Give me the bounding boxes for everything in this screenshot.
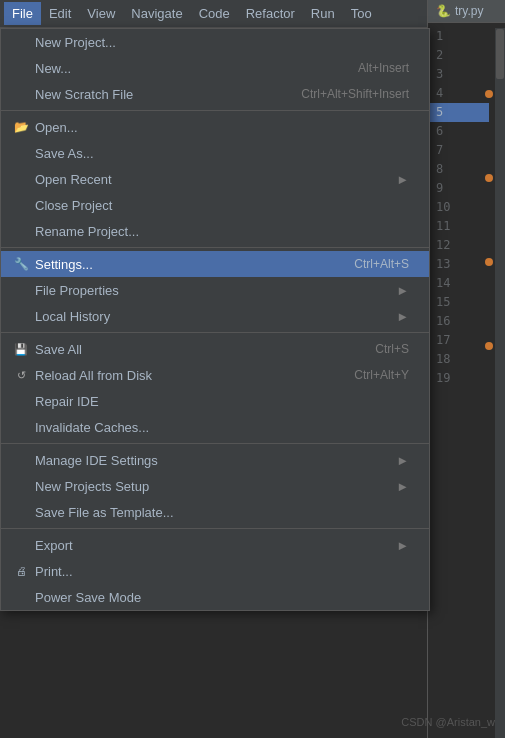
separator-3: [1, 332, 429, 333]
save-all-icon: 💾: [11, 343, 31, 356]
scrollbar-thumb[interactable]: [496, 29, 504, 79]
editor-tab-filename: try.py: [455, 4, 483, 18]
menu-item-file-properties-label: File Properties: [35, 283, 388, 298]
scrollbar-track[interactable]: [495, 28, 505, 738]
menu-item-new-scratch[interactable]: New Scratch File Ctrl+Alt+Shift+Insert: [1, 81, 429, 107]
menu-item-new-label: New...: [35, 61, 318, 76]
menu-item-new-project[interactable]: New Project...: [1, 29, 429, 55]
gutter-indicator-1: [485, 90, 493, 98]
editor-area: 🐍 try.py 1 2 3 4 5 6 7 8 9 10 11 12 13 1…: [427, 0, 505, 738]
menu-item-print[interactable]: 🖨 Print...: [1, 558, 429, 584]
open-folder-icon: 📂: [11, 120, 31, 134]
open-recent-arrow-icon: ►: [396, 172, 409, 187]
local-history-arrow-icon: ►: [396, 309, 409, 324]
menu-bar-refactor[interactable]: Refactor: [238, 2, 303, 25]
separator-2: [1, 247, 429, 248]
menu-item-invalidate-caches-label: Invalidate Caches...: [35, 420, 409, 435]
line-5: 5: [428, 103, 489, 122]
menu-item-save-as-label: Save As...: [35, 146, 369, 161]
menu-item-save-template-label: Save File as Template...: [35, 505, 409, 520]
menu-item-export-label: Export: [35, 538, 388, 553]
menu-bar-file[interactable]: File: [4, 2, 41, 25]
menu-bar-run[interactable]: Run: [303, 2, 343, 25]
menu-item-print-label: Print...: [35, 564, 409, 579]
menu-item-settings[interactable]: 🔧 Settings... Ctrl+Alt+S: [1, 251, 429, 277]
gutter-indicator-3: [485, 258, 493, 266]
export-arrow-icon: ►: [396, 538, 409, 553]
menu-item-repair-ide-label: Repair IDE: [35, 394, 409, 409]
menu-item-manage-ide-label: Manage IDE Settings: [35, 453, 388, 468]
menu-item-save-template[interactable]: Save File as Template...: [1, 499, 429, 525]
print-icon: 🖨: [11, 565, 31, 577]
manage-ide-arrow-icon: ►: [396, 453, 409, 468]
menu-bar-view[interactable]: View: [79, 2, 123, 25]
menu-item-open-recent-label: Open Recent: [35, 172, 388, 187]
menu-item-power-save-label: Power Save Mode: [35, 590, 409, 605]
menu-item-save-all-label: Save All: [35, 342, 335, 357]
menu-item-local-history-label: Local History: [35, 309, 388, 324]
menu-item-open-label: Open...: [35, 120, 369, 135]
file-dropdown-menu: New Project... New... Alt+Insert New Scr…: [0, 28, 430, 611]
gutter-indicators: [485, 90, 493, 426]
menu-item-new-scratch-shortcut: Ctrl+Alt+Shift+Insert: [301, 87, 409, 101]
gutter-indicator-4: [485, 342, 493, 350]
menu-item-export[interactable]: Export ►: [1, 532, 429, 558]
editor-tab[interactable]: 🐍 try.py: [428, 0, 505, 23]
menu-bar-navigate[interactable]: Navigate: [123, 2, 190, 25]
menu-item-open-recent[interactable]: Open Recent ►: [1, 166, 429, 192]
file-properties-arrow-icon: ►: [396, 283, 409, 298]
menu-item-power-save[interactable]: Power Save Mode: [1, 584, 429, 610]
menu-item-new-scratch-label: New Scratch File: [35, 87, 261, 102]
gutter-indicator-2: [485, 174, 493, 182]
menu-item-new-project-label: New Project...: [35, 35, 369, 50]
menu-bar-code[interactable]: Code: [191, 2, 238, 25]
menu-item-new-projects-setup-label: New Projects Setup: [35, 479, 388, 494]
menu-item-manage-ide[interactable]: Manage IDE Settings ►: [1, 447, 429, 473]
menu-item-new[interactable]: New... Alt+Insert: [1, 55, 429, 81]
menu-item-repair-ide[interactable]: Repair IDE: [1, 388, 429, 414]
watermark: CSDN @Aristan_w: [401, 716, 495, 728]
menu-item-local-history[interactable]: Local History ►: [1, 303, 429, 329]
line-2: 2: [436, 46, 497, 65]
separator-1: [1, 110, 429, 111]
menu-item-save-as[interactable]: Save As...: [1, 140, 429, 166]
menu-item-save-all[interactable]: 💾 Save All Ctrl+S: [1, 336, 429, 362]
menu-item-close-project-label: Close Project: [35, 198, 409, 213]
separator-5: [1, 528, 429, 529]
reload-icon: ↺: [11, 369, 31, 382]
menu-item-new-projects-setup[interactable]: New Projects Setup ►: [1, 473, 429, 499]
separator-4: [1, 443, 429, 444]
menu-item-open[interactable]: 📂 Open...: [1, 114, 429, 140]
menu-item-rename-project-label: Rename Project...: [35, 224, 409, 239]
line-1: 1: [436, 27, 497, 46]
menu-item-settings-label: Settings...: [35, 257, 314, 272]
menu-item-reload-all-shortcut: Ctrl+Alt+Y: [354, 368, 409, 382]
line-3: 3: [436, 65, 497, 84]
menu-item-reload-all-label: Reload All from Disk: [35, 368, 314, 383]
menu-bar-edit[interactable]: Edit: [41, 2, 79, 25]
new-projects-setup-arrow-icon: ►: [396, 479, 409, 494]
menu-item-settings-shortcut: Ctrl+Alt+S: [354, 257, 409, 271]
menu-item-close-project[interactable]: Close Project: [1, 192, 429, 218]
menu-item-file-properties[interactable]: File Properties ►: [1, 277, 429, 303]
menu-item-save-all-shortcut: Ctrl+S: [375, 342, 409, 356]
menu-bar-tools[interactable]: Too: [343, 2, 380, 25]
menu-item-rename-project[interactable]: Rename Project...: [1, 218, 429, 244]
menu-item-new-shortcut: Alt+Insert: [358, 61, 409, 75]
menu-item-invalidate-caches[interactable]: Invalidate Caches...: [1, 414, 429, 440]
menu-item-reload-all[interactable]: ↺ Reload All from Disk Ctrl+Alt+Y: [1, 362, 429, 388]
settings-wrench-icon: 🔧: [11, 257, 31, 271]
python-file-icon: 🐍: [436, 4, 451, 18]
line-numbers: 1 2 3 4 5 6 7 8 9 10 11 12 13 14 15 16 1…: [428, 23, 505, 392]
